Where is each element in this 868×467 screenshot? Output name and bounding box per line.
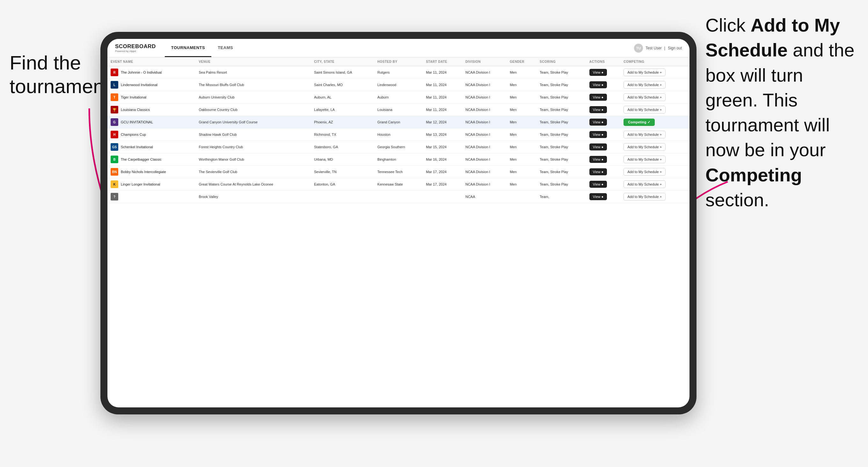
cell-start-date: Mar 11, 2024 xyxy=(423,79,462,91)
add-to-schedule-button[interactable]: Add to My Schedule + xyxy=(623,168,665,176)
competing-cell: Add to My Schedule + xyxy=(620,166,689,178)
event-name-cell: T Tiger Invitational xyxy=(111,93,192,101)
nav-tabs: TOURNAMENTS TEAMS xyxy=(165,39,239,57)
view-button[interactable]: View ● xyxy=(589,106,607,113)
event-name-text: The Carpetbagger Classic xyxy=(121,157,162,161)
cell-scoring: Team, Stroke Play xyxy=(536,141,586,153)
event-name-cell: H Champions Cup xyxy=(111,131,192,138)
add-to-schedule-button[interactable]: Add to My Schedule + xyxy=(623,81,665,89)
view-button[interactable]: View ● xyxy=(589,168,607,175)
cell-venue: Oakbourne Country Club xyxy=(195,103,311,116)
team-logo: H xyxy=(111,131,118,138)
cell-city-state: Lafayette, LA xyxy=(311,103,374,116)
table-container: EVENT NAME VENUE CITY, STATE HOSTED BY S… xyxy=(107,57,689,407)
actions-cell: View ● xyxy=(586,153,620,166)
view-button[interactable]: View ● xyxy=(589,156,607,163)
table-row: H Champions Cup Shadow Hawk Golf ClubRic… xyxy=(107,128,689,141)
table-row: L Lindenwood Invitational The Missouri B… xyxy=(107,79,689,91)
event-name-text: Linger Longer Invitational xyxy=(121,182,160,186)
event-name-text: Louisiana Classics xyxy=(121,108,150,112)
cell-hosted-by: Lindenwood xyxy=(374,79,423,91)
add-to-schedule-button[interactable]: Add to My Schedule + xyxy=(623,93,665,101)
view-button[interactable]: View ● xyxy=(589,119,607,126)
event-name-cell: B The Carpetbagger Classic xyxy=(111,156,192,163)
cell-division: NCAA Division I xyxy=(462,66,506,79)
competing-cell: Add to My Schedule + xyxy=(620,191,689,203)
col-venue: VENUE xyxy=(195,57,311,66)
cell-start-date: Mar 17, 2024 xyxy=(423,178,462,191)
add-to-schedule-button[interactable]: Add to My Schedule + xyxy=(623,143,665,151)
cell-venue: The Sevierville Golf Club xyxy=(195,166,311,178)
cell-city-state: Sevierville, TN xyxy=(311,166,374,178)
col-gender: GENDER xyxy=(506,57,536,66)
cell-city-state: Urbana, MD xyxy=(311,153,374,166)
cell-division: NCAA Division I xyxy=(462,116,506,128)
cell-division: NCAA Division I xyxy=(462,141,506,153)
tab-teams[interactable]: TEAMS xyxy=(211,39,239,57)
view-button[interactable]: View ● xyxy=(589,193,607,200)
cell-venue: Great Waters Course At Reynolds Lake Oco… xyxy=(195,178,311,191)
add-to-schedule-button[interactable]: Add to My Schedule + xyxy=(623,156,665,163)
actions-cell: View ● xyxy=(586,103,620,116)
view-button[interactable]: View ● xyxy=(589,81,607,88)
competing-cell: Add to My Schedule + xyxy=(620,178,689,191)
cell-division: NCAA xyxy=(462,191,506,203)
event-name-cell: G GCU INVITATIONAL xyxy=(111,118,192,126)
cell-division: NCAA Division I xyxy=(462,178,506,191)
cell-hosted-by: Georgia Southern xyxy=(374,141,423,153)
add-to-schedule-button[interactable]: Add to My Schedule + xyxy=(623,131,665,138)
add-to-schedule-button[interactable]: Add to My Schedule + xyxy=(623,106,665,114)
add-to-schedule-button[interactable]: Add to My Schedule + xyxy=(623,180,665,188)
event-name-text: Lindenwood Invitational xyxy=(121,83,157,87)
add-to-schedule-button[interactable]: Add to My Schedule + xyxy=(623,68,665,76)
cell-gender: Men xyxy=(506,66,536,79)
team-logo: B xyxy=(111,156,118,163)
cell-division: NCAA Division I xyxy=(462,153,506,166)
tab-tournaments[interactable]: TOURNAMENTS xyxy=(165,39,211,57)
event-name-cell: L Lindenwood Invitational xyxy=(111,81,192,89)
cell-city-state: Eatonton, GA xyxy=(311,178,374,191)
event-name-cell: GS Schenkel Invitational xyxy=(111,143,192,151)
user-avatar: TU xyxy=(634,44,643,53)
cell-start-date: Mar 12, 2024 xyxy=(423,116,462,128)
view-button[interactable]: View ● xyxy=(589,94,607,101)
annotation-left: Find thetournament. xyxy=(9,51,115,98)
cell-start-date: Mar 17, 2024 xyxy=(423,166,462,178)
cell-hosted-by: Binghamton xyxy=(374,153,423,166)
cell-venue: Forest Heights Country Club xyxy=(195,141,311,153)
cell-venue: Sea Palms Resort xyxy=(195,66,311,79)
cell-scoring: Team, Stroke Play xyxy=(536,128,586,141)
team-logo: K xyxy=(111,180,118,188)
cell-gender xyxy=(506,191,536,203)
view-button[interactable]: View ● xyxy=(589,69,607,76)
view-button[interactable]: View ● xyxy=(589,181,607,188)
sign-out-link[interactable]: Sign out xyxy=(668,46,682,50)
competing-button[interactable]: Competing ✓ xyxy=(623,119,655,126)
cell-gender: Men xyxy=(506,128,536,141)
competing-cell: Add to My Schedule + xyxy=(620,153,689,166)
view-button[interactable]: View ● xyxy=(589,144,607,151)
cell-city-state: Phoenix, AZ xyxy=(311,116,374,128)
nav-separator: | xyxy=(664,46,665,50)
team-logo: 🏆 xyxy=(111,106,118,114)
event-name-text: The Johnnie - O Individual xyxy=(121,70,162,74)
view-button[interactable]: View ● xyxy=(589,131,607,138)
cell-city-state xyxy=(311,191,374,203)
cell-division: NCAA Division I xyxy=(462,103,506,116)
actions-cell: View ● xyxy=(586,79,620,91)
cell-start-date: Mar 13, 2024 xyxy=(423,128,462,141)
event-name-cell: 🏆 Louisiana Classics xyxy=(111,106,192,114)
table-row: BN Bobby Nichols Intercollegiate The Sev… xyxy=(107,166,689,178)
table-row: B The Carpetbagger Classic Worthington M… xyxy=(107,153,689,166)
event-name-text: Champions Cup xyxy=(121,133,146,136)
annotation-right: Click Add to My Schedule and the box wil… xyxy=(706,13,859,212)
add-to-schedule-button[interactable]: Add to My Schedule + xyxy=(623,193,665,200)
cell-gender: Men xyxy=(506,116,536,128)
table-row: ? Brook ValleyNCAATeam,View ●Add to My S… xyxy=(107,191,689,203)
logo-text: SCOREBOARD xyxy=(115,43,156,50)
cell-gender: Men xyxy=(506,141,536,153)
cell-division: NCAA Division I xyxy=(462,91,506,103)
event-name-cell: K Linger Longer Invitational xyxy=(111,180,192,188)
cell-scoring: Team, Stroke Play xyxy=(536,103,586,116)
event-name-text: GCU INVITATIONAL xyxy=(121,120,153,124)
